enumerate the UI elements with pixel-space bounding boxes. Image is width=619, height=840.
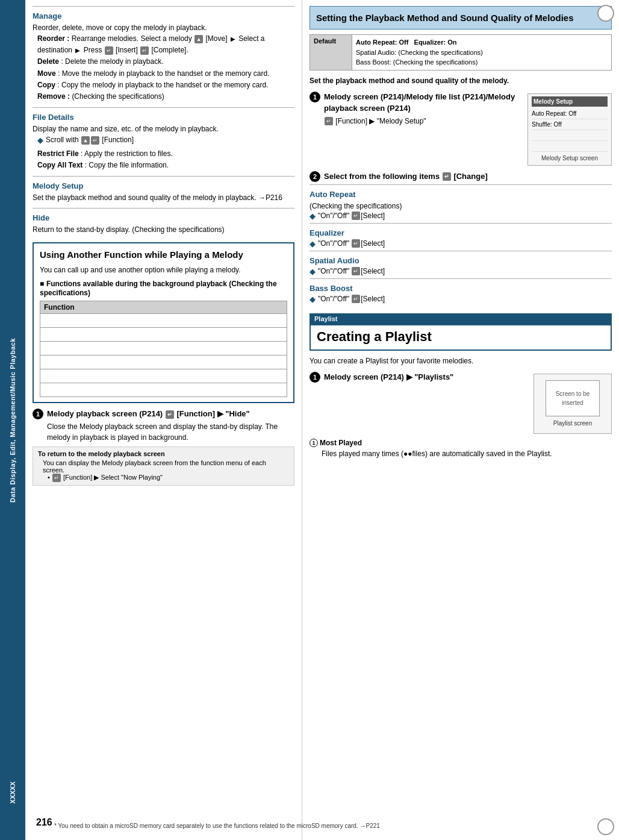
manage-divider (33, 6, 294, 7)
playlist-section: Playlist Creating a Playlist You can cre… (310, 313, 612, 459)
right-step2-content: Select from the following items ↵ [Chang… (324, 171, 612, 183)
right-step1-content: Melody Setup Auto Repeat: Off Shuffle: O… (324, 91, 612, 166)
function-row-1 (40, 314, 287, 328)
spatial-audio-onoff: "On"/"Off" (318, 267, 349, 275)
playlist-screen-placeholder: Screen to be inserted Playlist screen (533, 374, 612, 434)
melody-setup-divider (33, 176, 294, 177)
to-return-note: To return to the melody playback screen … (33, 447, 294, 486)
step1-number: 1 (33, 409, 43, 419)
most-played-section: 1 Most Played Files played many times (●… (310, 439, 612, 459)
using-another-section: Using Another Function while Playing a M… (33, 242, 294, 403)
remove-label: Remove : (37, 92, 70, 101)
move-label: Move (37, 69, 56, 78)
black-square-icon: ■ (40, 280, 44, 288)
playlist-step1-num: 1 (310, 372, 320, 383)
function-table: Function (40, 301, 287, 397)
function-row-3 (40, 342, 287, 356)
equalizer-select: [Select] (361, 239, 385, 248)
spatial-audio-title: Spatial Audio (310, 256, 612, 265)
melody-setup-row4 (532, 141, 608, 152)
equalizer-title: Equalizer (310, 228, 612, 237)
step1-desc: Close the Melody playback screen and dis… (47, 421, 294, 443)
functions-label-block: ■ Functions available during the backgro… (40, 279, 287, 297)
right-step1-number: 1 (310, 92, 320, 102)
default-table: Default Auto Repeat: Off Equalizer: On S… (310, 34, 612, 71)
to-return-title: To return to the melody playback screen (38, 450, 289, 457)
playlist-screen-inner: Screen to be inserted (546, 380, 600, 416)
equalizer-select-icon: ↵ (352, 239, 360, 248)
default-label: Default (310, 35, 352, 71)
remove-row: Remove : (Checking the specifications) (37, 91, 294, 102)
auto-repeat-onoff: "On"/"Off" (318, 212, 349, 220)
melody-setup-title: Melody Setup (33, 181, 294, 190)
to-return-bullet: • ↵ [Function] ▶ Select "Now Playing" (48, 474, 289, 482)
step1-content: Melody playback screen (P214) ↵ [Functio… (47, 408, 294, 443)
change-btn-icon: ↵ (443, 172, 451, 181)
auto-repeat-control: ◆ "On"/"Off" ↵ [Select] (310, 212, 612, 221)
main-content: Manage Reorder, delete, move or copy the… (25, 0, 619, 840)
equalizer-onoff: "On"/"Off" (318, 239, 349, 248)
delete-label: Delete (37, 57, 59, 66)
function-row-4 (40, 356, 287, 369)
scroll-text: Scroll with ▲↵ [Function] (46, 134, 134, 146)
sidebar-xxxxx: XXXXX (9, 782, 16, 804)
function-row-5 (40, 369, 287, 383)
melody-setup-row1: Auto Repeat: Off (532, 108, 608, 119)
hide-title: Hide (33, 213, 294, 222)
right-header-box: Setting the Playback Method and Sound Qu… (310, 6, 612, 30)
most-played-title: Most Played (320, 439, 362, 447)
move-text: : Move the melody in playback to the han… (58, 69, 270, 78)
copy-all-label: Copy All Text (37, 161, 82, 169)
right-step2-number: 2 (310, 171, 320, 182)
corner-decoration-tr (597, 5, 614, 22)
move-icon: ▲ (194, 35, 203, 43)
melody-setup-screen: Melody Setup Auto Repeat: Off Shuffle: O… (527, 93, 612, 166)
sidebar-main-text: Data Display, Edit, Management/Music Pla… (9, 338, 16, 503)
function-header: Function (40, 301, 287, 314)
delete-row: Delete : Delete the melody in playback. (37, 56, 294, 67)
scroll-func-icon2: ↵ (91, 136, 99, 145)
bass-boost-onoff: "On"/"Off" (318, 295, 349, 303)
move-row: Move : Move the melody in playback to th… (37, 68, 294, 80)
functions-available-label: Functions available during the backgroun… (40, 280, 277, 297)
function-row-2 (40, 328, 287, 342)
manage-description: Reorder, delete, move or copy the melody… (33, 22, 294, 33)
spatial-audio-select: [Select] (361, 267, 385, 275)
manage-details: Reorder : Rearrange melodies. Select a m… (37, 33, 294, 102)
melody-setup-row2: Shuffle: Off (532, 119, 608, 130)
equalizer-control: ◆ "On"/"Off" ↵ [Select] (310, 239, 612, 248)
reorder-label: Reorder : (37, 34, 69, 43)
melody-setup-desc: Set the playback method and sound qualit… (33, 192, 294, 203)
auto-repeat-divider (310, 184, 612, 185)
left-step1: 1 Melody playback screen (P214) ↵ [Funct… (33, 408, 294, 443)
creating-playlist-title: Creating a Playlist (317, 329, 605, 345)
bass-boost-default: Bass Boost: (Checking the specifications… (356, 58, 477, 66)
spatial-audio-default: Spatial Audio: (Checking the specificati… (356, 49, 483, 56)
func-btn-right: ↵ (325, 117, 333, 125)
function-btn-icon: ↵ (166, 410, 174, 419)
bass-boost-title: Bass Boost (310, 284, 612, 293)
right-header-title: Setting the Playback Method and Sound Qu… (316, 11, 605, 24)
melody-setup-screen-title: Melody Setup (532, 96, 608, 107)
remove-text: (Checking the specifications) (72, 92, 164, 101)
restrict-label: Restrict File (37, 149, 79, 158)
right-column: Setting the Playback Method and Sound Qu… (302, 0, 619, 840)
playlist-step1-content: Screen to be inserted Playlist screen Me… (324, 371, 612, 434)
auto-repeat-desc: (Checking the specifications) (310, 201, 612, 212)
restrict-row: Restrict File : Apply the restriction to… (37, 148, 294, 160)
to-return-text: You can display the Melody playback scre… (43, 459, 289, 474)
insert2-icon: ↵ (140, 46, 149, 55)
melody-setup-caption: Melody Setup screen (532, 154, 608, 163)
hide-divider (33, 208, 294, 208)
hide-desc: Return to the stand-by display. (Checkin… (33, 224, 294, 235)
hide-label: "Hide" (225, 409, 250, 418)
melody-setup-row3 (532, 130, 608, 141)
copy-label: Copy (37, 81, 55, 89)
playlist-step1: 1 Screen to be inserted Playlist screen … (310, 371, 612, 434)
auto-repeat-select: [Select] (361, 212, 385, 220)
step1-main: Melody playback screen (P214) ↵ [Functio… (47, 408, 294, 420)
reorder-text: Rearrange melodies. Select a melody ▲ [M… (37, 34, 265, 54)
function-icon-small: ↵ (52, 474, 61, 482)
scroll-item: ◆ Scroll with ▲↵ [Function] (37, 134, 294, 147)
equalizer-divider (310, 223, 612, 224)
